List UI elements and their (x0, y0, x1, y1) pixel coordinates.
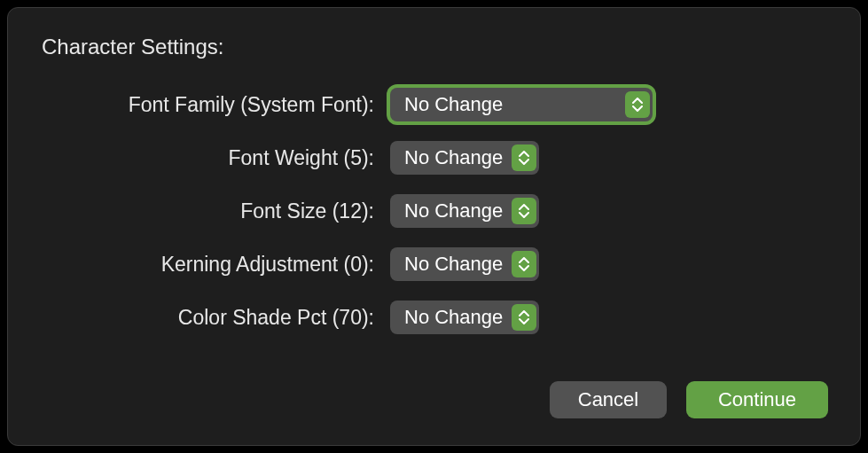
cancel-button[interactable]: Cancel (550, 381, 667, 418)
settings-form: Font Family (System Font): No Change Fon… (40, 88, 828, 334)
updown-icon (512, 304, 536, 331)
font-weight-select[interactable]: No Change (390, 141, 539, 175)
updown-icon (512, 144, 536, 171)
font-family-label: Font Family (System Font): (40, 93, 390, 117)
updown-icon (625, 91, 650, 118)
updown-icon (512, 198, 536, 224)
font-size-row: Font Size (12): No Change (40, 194, 828, 228)
continue-button[interactable]: Continue (686, 381, 828, 418)
font-family-row: Font Family (System Font): No Change (40, 88, 828, 121)
font-family-select[interactable]: No Change (390, 88, 653, 121)
font-size-label: Font Size (12): (40, 199, 390, 223)
font-weight-label: Font Weight (5): (40, 146, 390, 170)
color-shade-value: No Change (404, 306, 503, 329)
color-shade-select[interactable]: No Change (390, 301, 539, 334)
updown-icon (512, 251, 536, 277)
font-size-select[interactable]: No Change (390, 194, 539, 228)
character-settings-dialog: Character Settings: Font Family (System … (7, 7, 861, 446)
dialog-footer: Cancel Continue (550, 381, 828, 418)
font-weight-row: Font Weight (5): No Change (40, 141, 828, 175)
color-shade-row: Color Shade Pct (70): No Change (40, 301, 828, 334)
font-family-value: No Change (404, 93, 616, 116)
dialog-title: Character Settings: (42, 35, 828, 59)
kerning-select[interactable]: No Change (390, 247, 539, 281)
kerning-label: Kerning Adjustment (0): (40, 253, 390, 277)
kerning-row: Kerning Adjustment (0): No Change (40, 247, 828, 281)
font-size-value: No Change (404, 199, 503, 223)
font-weight-value: No Change (404, 146, 503, 169)
kerning-value: No Change (404, 253, 503, 276)
color-shade-label: Color Shade Pct (70): (40, 306, 390, 330)
